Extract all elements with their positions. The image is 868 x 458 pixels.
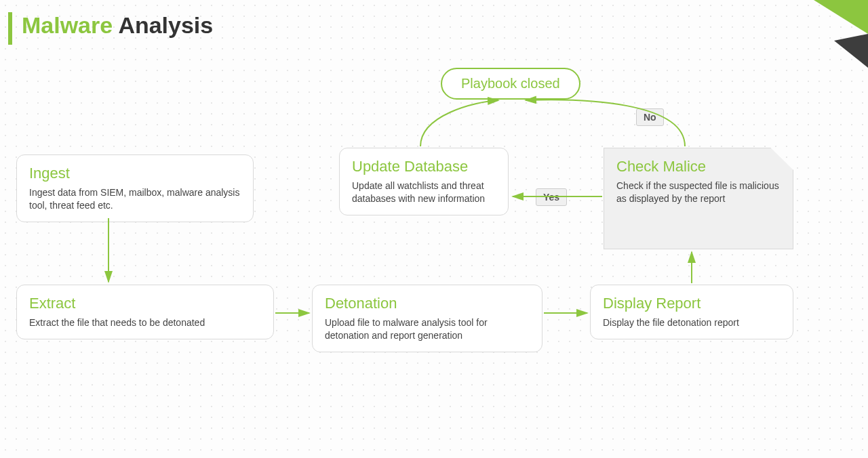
svg-marker-0	[814, 0, 868, 34]
node-check-body: Check if the suspected file is malicious…	[616, 180, 781, 205]
title-accent-bar	[8, 12, 12, 45]
node-display-report: Display Report Display the file detonati…	[590, 285, 793, 339]
slide-title: Malware Analysis	[22, 12, 213, 39]
title-word-1: Malware	[22, 12, 113, 38]
label-no: No	[636, 108, 664, 126]
node-detonation-title: Detonation	[325, 295, 530, 312]
corner-decoration	[787, 0, 868, 81]
node-update-database: Update Database Update all watchlists an…	[339, 148, 509, 215]
node-playbook-closed: Playbook closed	[441, 68, 580, 100]
node-extract: Extract Extract the file that needs to b…	[16, 285, 274, 339]
node-detonation-body: Upload file to malware analysis tool for…	[325, 316, 530, 342]
node-update-body: Update all watchlists and threat databas…	[352, 180, 496, 205]
node-extract-body: Extract the file that needs to be detona…	[29, 316, 261, 329]
node-display-title: Display Report	[603, 295, 781, 312]
node-ingest-body: Ingest data from SIEM, mailbox, malware …	[29, 186, 241, 212]
node-ingest: Ingest Ingest data from SIEM, mailbox, m…	[16, 154, 254, 222]
title-word-2: Analysis	[118, 12, 213, 38]
label-yes: Yes	[536, 188, 567, 206]
node-ingest-title: Ingest	[29, 165, 241, 182]
node-check-malice: Check Malice Check if the suspected file…	[604, 148, 793, 249]
node-detonation: Detonation Upload file to malware analys…	[312, 285, 542, 352]
node-update-title: Update Database	[352, 158, 496, 175]
node-check-title: Check Malice	[616, 158, 781, 175]
node-extract-title: Extract	[29, 295, 261, 312]
svg-marker-1	[834, 34, 868, 68]
terminal-text: Playbook closed	[461, 76, 560, 91]
node-display-body: Display the file detonation report	[603, 316, 781, 329]
